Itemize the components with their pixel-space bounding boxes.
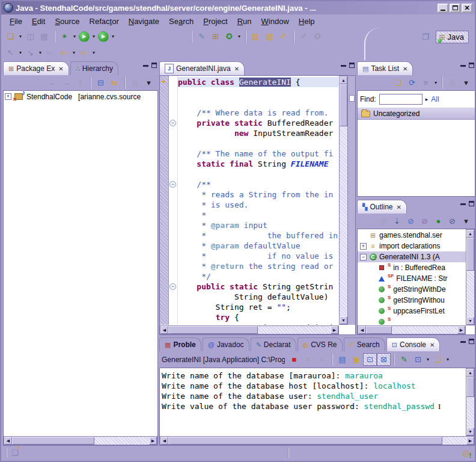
minimize-view-icon[interactable] <box>460 65 466 67</box>
tab-javadoc[interactable]: @Javadoc <box>203 337 249 351</box>
scroll-up-icon[interactable]: ▲ <box>466 369 474 377</box>
new-wizard-icon[interactable]: ❏ <box>4 30 17 43</box>
outline-item-getstringwithou[interactable]: SgetStringWithou <box>358 295 466 306</box>
view-menu-icon[interactable]: ▾ <box>142 76 156 89</box>
horizontal-scrollbar[interactable]: ◀▶ <box>160 436 475 445</box>
open-console-dropdown-icon[interactable]: ▾ <box>445 357 451 362</box>
debug-dropdown-icon[interactable]: ▾ <box>72 34 78 39</box>
close-icon[interactable]: ✕ <box>234 66 239 72</box>
new-java-package-icon[interactable]: ⊞ <box>209 30 222 43</box>
fast-view-icon[interactable]: ❏ <box>11 448 19 457</box>
progress-icon[interactable]: ◎ <box>463 448 470 458</box>
tab-package-ex[interactable]: ⊞Package Ex✕ <box>3 61 69 75</box>
expand-icon[interactable]: − <box>360 254 367 260</box>
forward-icon[interactable]: → <box>60 76 73 89</box>
new-wizard-dropdown-icon[interactable]: ▾ <box>17 34 23 39</box>
show-stdout-icon[interactable]: ⊠ <box>377 353 391 366</box>
menu-window[interactable]: Window <box>257 16 294 27</box>
last-edit-location-icon[interactable]: ↖ <box>4 46 17 59</box>
category-uncategorized[interactable]: Uncategorized <box>358 108 475 120</box>
tab-task-list[interactable]: ▤Task List✕ <box>357 61 413 75</box>
close-icon[interactable]: ✕ <box>430 342 435 348</box>
scroll-track[interactable] <box>466 238 474 317</box>
outline-item-filename-str[interactable]: SFFILENAME : Str <box>358 273 466 284</box>
back-icon[interactable]: ⇦ <box>57 46 71 59</box>
close-icon[interactable]: ✕ <box>403 66 407 72</box>
minimize-view-icon[interactable] <box>143 65 148 67</box>
vertical-scrollbar[interactable]: ▲▼ <box>339 76 348 325</box>
menu-help[interactable]: Help <box>294 16 320 27</box>
synchronize-icon[interactable]: ⟳ <box>405 76 419 89</box>
go-into-icon[interactable]: ↘ <box>23 46 37 59</box>
print-icon[interactable]: ▤ <box>37 30 51 43</box>
collapse-fold-icon[interactable]: − <box>169 120 176 126</box>
collapse-all-icon[interactable]: ⊟ <box>94 76 108 89</box>
debug-icon[interactable]: ✴ <box>58 30 72 43</box>
menu-project[interactable]: Project <box>198 16 232 27</box>
overview-ruler[interactable] <box>347 76 355 325</box>
scroll-track[interactable] <box>12 437 149 445</box>
scroll-up-icon[interactable]: ▲ <box>340 76 347 84</box>
hide-fields-icon[interactable]: ⊘ <box>404 215 418 227</box>
titlebar[interactable]: Java - StendhalCode/src/games/stendhal/s… <box>1 1 475 14</box>
tab-cvs-re[interactable]: ◍CVS Re <box>298 337 343 351</box>
back-history-icon[interactable]: ⇦ <box>43 46 57 59</box>
menu-search[interactable]: Search <box>164 16 198 27</box>
last-edit-location-dropdown-icon[interactable]: ▾ <box>17 50 23 55</box>
hide-non-public-icon[interactable]: ● <box>432 215 445 227</box>
outline-item-games-stendhal-ser[interactable]: ⊞games.stendhal.ser <box>358 230 466 241</box>
run-icon[interactable]: ▶ <box>79 31 90 42</box>
tab-declarat[interactable]: ✎Declarat <box>251 337 296 351</box>
tab-generateini-java[interactable]: J GenerateINI.java ✕ <box>159 61 245 75</box>
scroll-left-icon[interactable]: ◀ <box>358 326 366 334</box>
pin-icon[interactable]: ✎ <box>397 353 411 366</box>
forward-dropdown-icon[interactable]: ▾ <box>91 50 97 55</box>
horizontal-scrollbar[interactable]: ◀▶ <box>160 325 339 334</box>
maximize-view-icon[interactable] <box>469 63 474 68</box>
new-javadoc-icon[interactable]: ✎ <box>195 30 209 43</box>
java-perspective-button[interactable]: ⊞ Java <box>436 31 469 43</box>
save-icon[interactable]: ◫ <box>23 30 37 43</box>
display-selected-console-icon[interactable]: ⊡ <box>411 353 425 366</box>
horizontal-scrollbar[interactable]: ◀▶ <box>358 325 466 334</box>
maximize-view-icon[interactable] <box>151 63 157 68</box>
scroll-thumb[interactable] <box>466 238 474 271</box>
menu-edit[interactable]: Edit <box>27 16 50 27</box>
open-console-icon[interactable]: ❏ <box>431 353 445 366</box>
outline-item-uppcasefirstlet[interactable]: SuppcaseFirstLet <box>358 306 466 316</box>
scroll-down-icon[interactable]: ▼ <box>466 317 474 325</box>
back-dropdown-icon[interactable]: ▾ <box>71 50 77 55</box>
scroll-thumb[interactable] <box>168 437 442 445</box>
forward-icon[interactable]: ⇨ <box>77 46 91 59</box>
scroll-left-icon[interactable]: ◀ <box>160 437 168 445</box>
menu-run[interactable]: Run <box>233 16 257 27</box>
link-with-editor-icon[interactable]: ⇆ <box>108 76 121 89</box>
hide-static-icon[interactable]: ⊘ <box>418 215 432 227</box>
editor-body[interactable]: ➜ −−− public class GenerateINI { /** Whe… <box>159 75 356 335</box>
scroll-track[interactable] <box>168 437 466 445</box>
menu-refactor[interactable]: Refactor <box>85 16 124 27</box>
expand-find-icon[interactable]: ▸ <box>426 96 429 102</box>
outline-item-generateini-1-3-a[interactable]: −CGenerateINI 1.3 (A <box>358 251 466 262</box>
hide-local-types-icon[interactable]: ⊘ <box>445 215 459 227</box>
scroll-down-icon[interactable]: ▼ <box>466 428 474 436</box>
outline-item-import-declarations[interactable]: +≡import declarations <box>358 241 466 251</box>
display-selected-console-dropdown-icon[interactable]: ▾ <box>425 357 431 362</box>
run-external-tools-icon[interactable]: ▶ <box>98 31 109 42</box>
vertical-scrollbar[interactable]: ▲▼ <box>466 229 475 325</box>
scroll-right-icon[interactable]: ▶ <box>466 437 474 445</box>
pin-console-icon[interactable]: ⊡ <box>363 353 377 366</box>
categorized-dropdown-icon[interactable]: ▾ <box>433 80 439 85</box>
scroll-track[interactable] <box>340 84 347 316</box>
new-java-class-dropdown-icon[interactable]: ▾ <box>236 34 242 39</box>
go-into-dropdown-icon[interactable]: ▾ <box>37 50 43 55</box>
open-perspective-icon[interactable]: ❐ <box>418 31 432 43</box>
back-icon[interactable]: ← <box>46 76 60 89</box>
outline-item-getstringwithde[interactable]: SgetStringWithDe <box>358 284 466 295</box>
scroll-thumb[interactable] <box>12 437 94 445</box>
minimize-view-icon[interactable] <box>460 341 466 343</box>
scroll-thumb[interactable] <box>168 326 258 334</box>
maximize-button[interactable] <box>450 4 460 13</box>
clear-console-icon[interactable]: ▤ <box>335 353 349 366</box>
menu-navigate[interactable]: Navigate <box>124 16 164 27</box>
